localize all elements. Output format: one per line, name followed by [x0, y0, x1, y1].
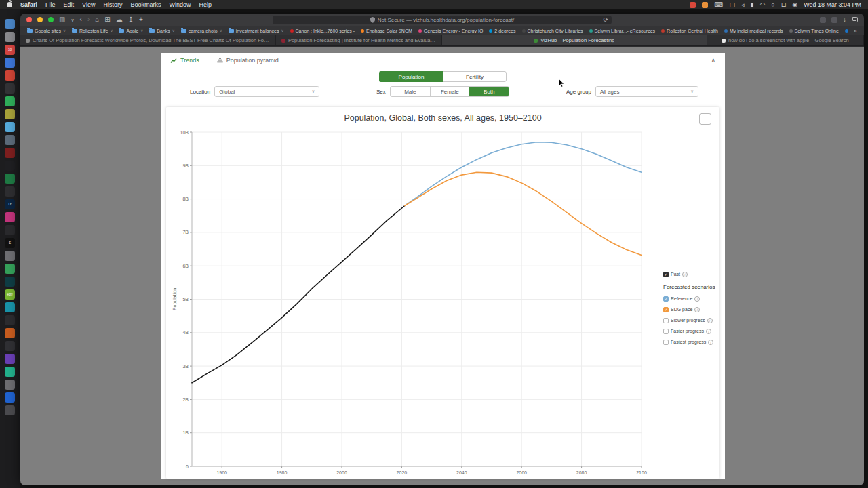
menu-window[interactable]: Window — [169, 1, 191, 8]
download-icon[interactable]: ↓ — [843, 16, 846, 23]
display-icon[interactable]: ▢ — [729, 2, 735, 8]
bookmark-apple[interactable]: Apple∨ — [119, 28, 143, 33]
dock-icon-14[interactable] — [5, 186, 15, 197]
dock-icon-11[interactable] — [5, 148, 15, 158]
menu-file[interactable]: File — [45, 1, 56, 8]
info-icon[interactable]: i — [682, 272, 688, 277]
dock-icon-23[interactable] — [5, 302, 15, 312]
extension-icon[interactable] — [831, 17, 837, 23]
faster-progress-checkbox[interactable] — [663, 329, 669, 334]
bookmark-camera-photo[interactable]: camera photo∨ — [181, 28, 222, 33]
zoom-window-button[interactable] — [48, 17, 54, 22]
age-group-select[interactable]: All ages ∨ — [595, 86, 698, 97]
dock-icon-5[interactable] — [5, 70, 15, 81]
minimize-window-button[interactable] — [37, 17, 43, 22]
dock-icon-18[interactable]: S — [5, 238, 15, 248]
browser-tab-vizhub-population-forecasting[interactable]: VizHub – Population Forecasting — [442, 35, 707, 45]
new-tab-plus-icon[interactable]: + — [139, 16, 143, 23]
dock-icon-17[interactable] — [5, 225, 15, 235]
menu-edit[interactable]: Edit — [64, 1, 75, 8]
dock-icon-15[interactable]: Lr — [5, 199, 15, 209]
dock-icon-30[interactable] — [5, 392, 15, 403]
address-bar[interactable]: Not Secure — vizhub.healthdata.org/popul… — [273, 16, 612, 24]
dock-icon-2[interactable] — [5, 32, 15, 42]
dock-icon-13[interactable] — [5, 174, 15, 184]
apple-menu-icon[interactable] — [7, 2, 12, 7]
slower-progress-checkbox[interactable] — [663, 318, 669, 323]
extension-icon[interactable] — [820, 17, 826, 23]
notification-badge-icon[interactable] — [690, 2, 696, 8]
battery-icon[interactable]: ▮ — [750, 2, 753, 8]
bookmark-safeswim[interactable]: Safeswim — [845, 28, 848, 33]
info-icon[interactable]: i — [694, 307, 700, 312]
dock-icon-20[interactable] — [5, 264, 15, 274]
menu-history[interactable]: History — [103, 1, 122, 8]
volume-icon[interactable]: ◃ — [741, 2, 745, 8]
control-center-icon[interactable]: ⊟ — [781, 2, 787, 8]
bookmark-christchurch-city-libraries[interactable]: Christchurch City Libraries — [522, 28, 583, 33]
dock-icon-1[interactable] — [5, 19, 15, 29]
extensions-icon[interactable]: ⊞ — [104, 16, 110, 23]
bookmark-rolleston-central-health[interactable]: Rolleston Central Health — [661, 28, 718, 33]
forward-icon[interactable]: › — [87, 16, 90, 23]
browser-tab-charts-of-population-forecasts[interactable]: Charts Of Population Forecasts Worldwide… — [20, 35, 276, 45]
info-icon[interactable]: i — [694, 296, 700, 302]
info-icon[interactable]: i — [707, 318, 713, 323]
menu-bookmarks[interactable]: Bookmarks — [130, 1, 161, 8]
keyboard-icon[interactable]: ⌨ — [714, 2, 723, 8]
wifi-icon[interactable]: ◠ — [760, 2, 765, 8]
dock-icon-9[interactable] — [5, 122, 15, 132]
dock-icon-22[interactable]: eqtv — [5, 289, 15, 300]
bookmarks-overflow-icon[interactable]: » — [854, 28, 857, 34]
reference-checkbox[interactable]: ✓ — [663, 296, 669, 302]
sdg-pace-checkbox[interactable]: ✓ — [663, 307, 669, 312]
dock-icon-3[interactable]: 18 — [5, 45, 15, 55]
browser-tab-how-do-i-do-a-screenshot-with-[interactable]: how do i do a screenshot with apple – Go… — [707, 35, 864, 45]
dock-icon-28[interactable] — [5, 367, 15, 377]
dock-icon-19[interactable] — [5, 251, 15, 261]
dock-icon-12[interactable] — [5, 161, 15, 171]
browser-tab-population-forecasting-institu[interactable]: Population Forecasting | Institute for H… — [276, 35, 442, 45]
bookmark-rolleston-life[interactable]: Rolleston Life∨ — [72, 28, 113, 33]
info-icon[interactable]: i — [706, 329, 711, 334]
dock-icon-8[interactable] — [5, 109, 15, 119]
dock-icon-6[interactable] — [5, 83, 15, 94]
chevron-down-icon[interactable]: ∨ — [71, 18, 74, 22]
bookmark-selwyn-librar-eresources[interactable]: Selwyn Librar...- eResources — [589, 28, 655, 33]
dock-icon-21[interactable] — [5, 277, 15, 287]
dock-icon-10[interactable] — [5, 135, 15, 145]
menu-safari[interactable]: Safari — [20, 1, 37, 8]
dock-icon-4[interactable] — [5, 58, 15, 68]
bookmark-google-sites[interactable]: Google sites∨ — [27, 28, 66, 33]
reload-icon[interactable]: ⟳ — [603, 16, 608, 23]
dock-icon-16[interactable] — [5, 212, 15, 222]
location-select[interactable]: Global ∨ — [214, 86, 319, 97]
bookmark-selwyn-times-online[interactable]: Selwyn Times Online — [789, 28, 839, 33]
tab-overview-icon[interactable] — [852, 17, 858, 22]
bookmark-investment-balances[interactable]: investment balances∨ — [229, 28, 284, 33]
tab-population-pyramid[interactable]: Population pyramid — [217, 57, 279, 64]
fastest-progress-checkbox[interactable] — [663, 340, 669, 345]
sidebar-toggle-icon[interactable]: ▥ — [59, 16, 65, 23]
collapse-panel-button[interactable]: ∧ — [711, 57, 715, 64]
bookmark-enphase-solar-9ncm[interactable]: Enphase Solar 9NCM — [361, 28, 412, 33]
sex-male-button[interactable]: Male — [391, 87, 430, 96]
dock-icon-27[interactable] — [5, 354, 15, 364]
sex-female-button[interactable]: Female — [430, 87, 469, 96]
dock-icon-25[interactable] — [5, 328, 15, 338]
tab-trends[interactable]: Trends — [170, 57, 199, 64]
dock-icon-24[interactable] — [5, 315, 15, 325]
fertility-toggle-button[interactable]: Fertility — [443, 71, 507, 82]
spotlight-icon[interactable]: ○ — [771, 2, 774, 8]
icloud-tabs-icon[interactable]: ☁ — [116, 16, 123, 23]
siri-icon[interactable]: ◉ — [792, 2, 797, 8]
menu-view[interactable]: View — [82, 1, 95, 8]
menu-help[interactable]: Help — [199, 1, 212, 8]
dock-icon-31[interactable] — [5, 405, 15, 415]
bookmark-canon-inkje-7600-series[interactable]: Canon : Inkje...7600 series - — [290, 28, 355, 33]
dock-icon-26[interactable] — [5, 341, 15, 351]
population-toggle-button[interactable]: Population — [379, 71, 443, 82]
population-chart[interactable]: 01B2B3B4B5B6B7B8B9B10B196019802000202020… — [166, 107, 719, 479]
menubar-clock[interactable]: Wed 18 Mar 3:04 PM — [804, 1, 861, 8]
privacy-shield-icon[interactable] — [370, 17, 375, 23]
